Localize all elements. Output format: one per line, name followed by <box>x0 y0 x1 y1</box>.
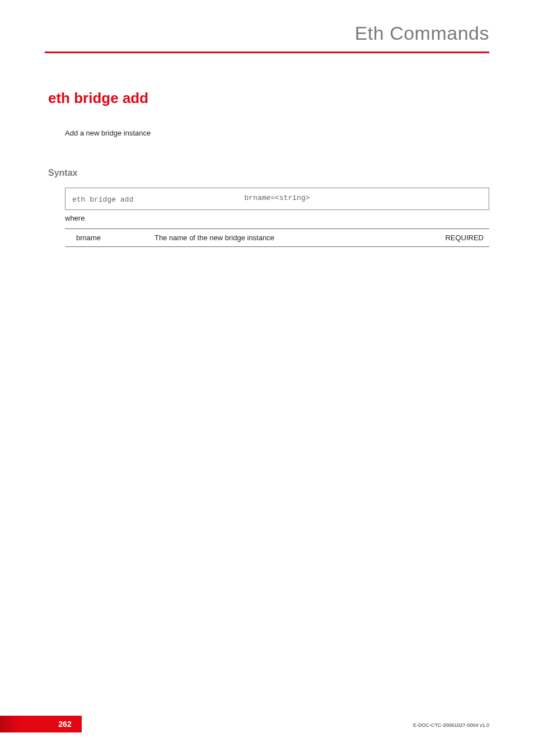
param-name: brname <box>65 234 154 242</box>
footer-red-bar <box>0 716 48 732</box>
command-description: Add a new bridge instance <box>65 129 151 137</box>
syntax-argument: brname=<string> <box>244 194 310 202</box>
footer-doc-id: E-DOC-CTC-20061027-0004 v1.0 <box>413 722 489 728</box>
chapter-title: Eth Commands <box>355 22 489 44</box>
param-requirement: REQUIRED <box>422 234 489 242</box>
syntax-box: eth bridge add brname=<string> <box>65 188 489 210</box>
syntax-command: eth bridge add <box>72 195 133 204</box>
syntax-heading: Syntax <box>48 168 77 178</box>
command-title: eth bridge add <box>48 90 148 107</box>
param-description: The name of the new bridge instance <box>154 234 422 242</box>
page-number: 262 <box>58 720 71 729</box>
where-label: where <box>65 214 85 222</box>
parameter-table: brname The name of the new bridge instan… <box>65 228 489 247</box>
page-number-badge: 262 <box>48 716 82 732</box>
table-row: brname The name of the new bridge instan… <box>65 228 489 247</box>
header-divider <box>45 52 489 53</box>
footer-bar-gradient <box>0 716 20 732</box>
